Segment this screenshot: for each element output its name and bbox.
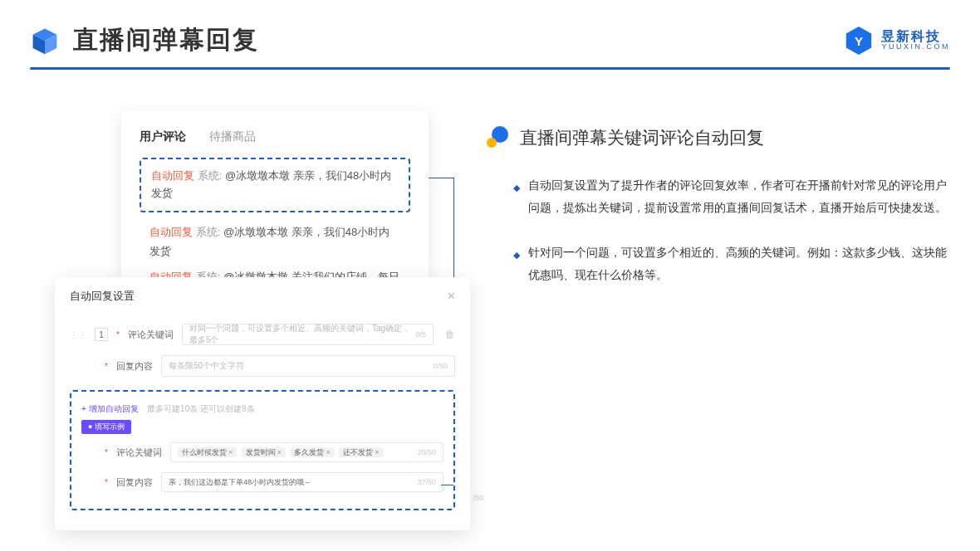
highlighted-comment: 自动回复 系统: @冰墩墩本墩 亲亲，我们48小时内发货 <box>140 158 410 212</box>
reply-counter: 0/50 <box>433 362 448 370</box>
example-section: + 增加自动回复 最多可建10条 还可以创建9条 ● 填写示例 * 评论关键词 … <box>70 390 455 510</box>
svg-text:Y: Y <box>855 33 863 47</box>
brand-name-cn: 昱新科技 <box>881 29 950 44</box>
brand-icon: Y <box>843 25 875 56</box>
outside-counter: /50 <box>473 494 483 502</box>
row-number: 1 <box>95 328 108 341</box>
add-auto-reply-link[interactable]: + 增加自动回复 <box>81 404 139 413</box>
ex-keyword-label: 评论关键词 <box>116 446 162 459</box>
required-star: * <box>105 362 108 371</box>
diamond-icon: ◆ <box>513 246 520 285</box>
required-star: * <box>105 478 108 487</box>
ex-keyword-input[interactable]: 什么时候发货 发货时间 多久发货 还不发货 20/50 <box>170 442 443 462</box>
feature-icon <box>487 126 510 149</box>
ex-reply-value: 亲，我们这边都是下单48小时内发货的哦～ <box>169 477 311 488</box>
tag-chip[interactable]: 什么时候发货 <box>178 447 237 457</box>
settings-header: 自动回复设置 × <box>70 289 455 304</box>
tag-chip[interactable]: 发货时间 <box>242 447 286 457</box>
reply-input[interactable]: 每条限50个中文字符 0/50 <box>161 355 455 377</box>
system-label: 系统: <box>196 226 221 238</box>
tag-chip[interactable]: 多久发货 <box>290 447 334 457</box>
drag-handle-icon[interactable]: ⋮⋮ <box>70 330 86 339</box>
keyword-placeholder: 对同一个问题，可设置多个相近、高频的关键词，Tag确定，最多5个 <box>189 323 416 346</box>
page-header: 直播间弹幕回复 Y 昱新科技 YUUXIN.COM <box>0 0 980 57</box>
feature-header: 直播间弹幕关键词评论自动回复 <box>487 126 950 149</box>
example-keyword-row: * 评论关键词 什么时候发货 发货时间 多久发货 还不发货 20/50 <box>81 437 443 467</box>
brand-logo: Y 昱新科技 YUUXIN.COM <box>843 25 950 56</box>
bullet-text: 自动回复设置为了提升作者的评论回复效率，作者可在开播前针对常见的评论用户问题，提… <box>528 174 950 218</box>
ex-reply-input[interactable]: 亲，我们这边都是下单48小时内发货的哦～ 37/50 <box>161 472 443 492</box>
connector-line <box>427 178 453 178</box>
ex-reply-counter: 37/50 <box>417 478 436 486</box>
settings-title-text: 自动回复设置 <box>70 289 135 304</box>
add-row: + 增加自动回复 最多可建10条 还可以创建9条 <box>81 400 443 415</box>
feature-title: 直播间弹幕关键词评论自动回复 <box>520 126 764 149</box>
right-column: 直播间弹幕关键词评论自动回复 ◆ 自动回复设置为了提升作者的评论回复效率，作者可… <box>487 111 950 309</box>
auto-reply-tag: 自动回复 <box>149 226 193 238</box>
reply-placeholder: 每条限50个中文字符 <box>169 360 244 372</box>
bullet-text: 针对同一个问题，可设置多个相近的、高频的关键词。例如：这款多少钱、这块能优惠吗、… <box>528 241 950 285</box>
tag-chip[interactable]: 还不发货 <box>339 447 383 457</box>
connector-line-2 <box>441 485 453 485</box>
comment-row: 自动回复 系统: @冰墩墩本墩 亲亲，我们48小时内发货 <box>140 221 410 263</box>
reply-label: 回复内容 <box>116 360 153 373</box>
keyword-counter: 0/5 <box>415 330 426 339</box>
keyword-label: 评论关键词 <box>128 329 174 341</box>
system-label: 系统: <box>198 169 223 182</box>
required-star: * <box>105 448 108 457</box>
tabs: 用户评论 待播商品 <box>140 129 410 144</box>
tab-pending-products[interactable]: 待播商品 <box>209 129 256 144</box>
keyword-input[interactable]: 对同一个问题，可设置多个相近、高频的关键词，Tag确定，最多5个 0/5 <box>182 324 434 345</box>
example-reply-row: * 回复内容 亲，我们这边都是下单48小时内发货的哦～ 37/50 <box>81 467 443 497</box>
cube-icon <box>30 26 60 56</box>
bullet-item: ◆ 自动回复设置为了提升作者的评论回复效率，作者可在开播前针对常见的评论用户问题… <box>487 174 950 218</box>
left-column: 用户评论 待播商品 自动回复 系统: @冰墩墩本墩 亲亲，我们48小时内发货 自… <box>30 111 453 309</box>
ex-reply-label: 回复内容 <box>116 476 153 489</box>
delete-icon[interactable]: 🗑 <box>445 329 455 340</box>
reply-row: * 回复内容 每条限50个中文字符 0/50 <box>70 350 455 382</box>
ex-tags-container: 什么时候发货 发货时间 多久发货 还不发货 <box>178 447 386 458</box>
ex-keyword-counter: 20/50 <box>417 448 436 456</box>
header-left: 直播间弹幕回复 <box>30 23 259 57</box>
tab-user-comments[interactable]: 用户评论 <box>140 129 186 144</box>
bullet-item: ◆ 针对同一个问题，可设置多个相近的、高频的关键词。例如：这款多少钱、这块能优惠… <box>487 241 950 285</box>
brand-name-en: YUUXIN.COM <box>881 43 950 51</box>
auto-reply-tag: 自动回复 <box>151 169 194 182</box>
diamond-icon: ◆ <box>513 179 520 218</box>
keyword-row: ⋮⋮ 1 * 评论关键词 对同一个问题，可设置多个相近、高频的关键词，Tag确定… <box>70 319 455 350</box>
close-icon[interactable]: × <box>448 289 455 304</box>
add-hint: 最多可建10条 还可以创建9条 <box>147 404 254 413</box>
auto-reply-settings-card: 自动回复设置 × ⋮⋮ 1 * 评论关键词 对同一个问题，可设置多个相近、高频的… <box>55 277 470 530</box>
brand-text: 昱新科技 YUUXIN.COM <box>881 29 950 51</box>
example-badge: ● 填写示例 <box>81 420 131 434</box>
main-content: 用户评论 待播商品 自动回复 系统: @冰墩墩本墩 亲亲，我们48小时内发货 自… <box>0 70 980 325</box>
required-star: * <box>116 330 120 339</box>
page-title: 直播间弹幕回复 <box>73 23 259 57</box>
